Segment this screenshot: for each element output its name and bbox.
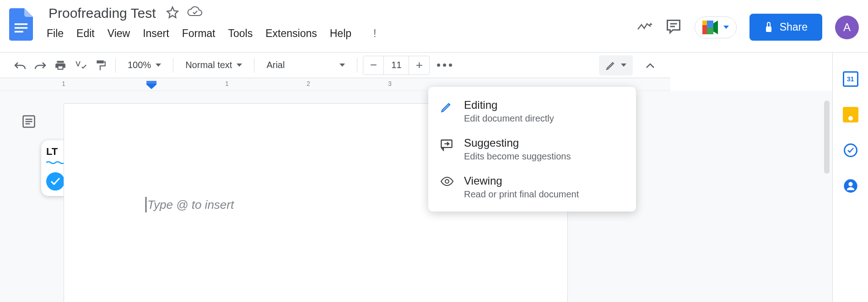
svg-rect-10 (146, 81, 156, 84)
font-size-group: − + (363, 56, 430, 75)
scrollbar[interactable] (823, 91, 830, 219)
font-size-input[interactable] (383, 56, 409, 74)
pencil-icon (440, 101, 454, 115)
style-select[interactable]: Normal text (179, 60, 248, 70)
menu-extensions[interactable]: Extensions (265, 27, 317, 40)
menu-format[interactable]: Format (182, 27, 216, 40)
keep-icon (843, 107, 858, 122)
decrease-font-button[interactable]: − (363, 56, 383, 74)
star-icon[interactable] (166, 6, 179, 21)
mode-title: Editing (464, 99, 624, 111)
side-panel: 31 (832, 53, 868, 302)
collapse-toolbar-button[interactable] (641, 56, 659, 74)
contacts-icon (843, 179, 858, 193)
separator (254, 58, 254, 73)
activity-icon[interactable] (637, 21, 652, 34)
menu-view[interactable]: View (108, 27, 130, 40)
calendar-button[interactable]: 31 (842, 71, 859, 87)
undo-button[interactable] (11, 56, 29, 74)
separator (173, 58, 173, 73)
mode-item-suggesting[interactable]: Suggesting Edits become suggestions (428, 130, 636, 168)
menu-tools[interactable]: Tools (228, 27, 253, 40)
placeholder-text: Type @ to insert (147, 198, 234, 212)
caret-down-icon (621, 64, 626, 67)
print-button[interactable] (51, 56, 70, 74)
tasks-icon (844, 143, 857, 157)
svg-rect-7 (707, 21, 713, 27)
svg-point-18 (848, 182, 852, 186)
separator (115, 58, 116, 73)
caret-down-icon (340, 64, 345, 67)
svg-rect-9 (766, 26, 771, 32)
outline-button[interactable] (22, 115, 42, 135)
mode-menu: Editing Edit document directly Suggestin… (428, 87, 636, 212)
calendar-icon: 31 (843, 71, 858, 87)
caret-down-icon (237, 64, 242, 67)
svg-rect-2 (15, 31, 23, 33)
svg-rect-8 (707, 27, 713, 34)
mode-desc: Read or print final document (464, 189, 624, 200)
eye-icon (440, 176, 454, 188)
indent-marker-icon[interactable] (146, 81, 156, 89)
mode-title: Suggesting (464, 137, 624, 149)
cloud-saved-icon[interactable] (187, 6, 203, 20)
mode-title: Viewing (464, 175, 624, 187)
mode-desc: Edit document directly (464, 113, 624, 124)
share-button[interactable]: Share (749, 14, 822, 41)
pencil-icon (605, 60, 616, 71)
caret-down-icon (723, 26, 729, 29)
scroll-thumb[interactable] (824, 101, 830, 174)
ruler-tick: 1 (225, 80, 229, 87)
separator (357, 58, 357, 73)
ruler-tick: 1 (62, 80, 65, 87)
svg-rect-1 (15, 27, 27, 29)
editing-mode-button[interactable] (599, 55, 633, 75)
svg-rect-0 (15, 23, 27, 25)
menu-file[interactable]: File (47, 27, 64, 40)
check-icon (46, 172, 65, 191)
svg-rect-6 (702, 25, 707, 34)
mode-item-viewing[interactable]: Viewing Read or print final document (428, 168, 636, 206)
menu-help[interactable]: Help (330, 27, 351, 40)
warning-icon[interactable]: ! (373, 27, 376, 40)
paint-format-button[interactable] (92, 56, 110, 74)
ruler-tick: 3 (388, 80, 392, 87)
contacts-button[interactable] (842, 178, 859, 194)
header-actions: Share A (637, 5, 859, 41)
ruler-tick: 2 (307, 80, 310, 87)
title-area: Proofreading Test File Edit View Insert … (47, 5, 376, 40)
keep-button[interactable] (842, 106, 859, 123)
suggest-icon (440, 138, 454, 153)
spellcheck-button[interactable] (71, 56, 90, 74)
svg-point-16 (445, 180, 449, 183)
mode-item-editing[interactable]: Editing Edit document directly (428, 92, 636, 130)
mode-desc: Edits become suggestions (464, 151, 624, 162)
redo-button[interactable] (31, 56, 49, 74)
svg-rect-5 (702, 21, 707, 25)
menu-insert[interactable]: Insert (143, 27, 169, 40)
toolbar: 100% Normal text Arial − + (0, 53, 670, 78)
more-toolbar-button[interactable] (431, 64, 458, 67)
docs-logo[interactable] (9, 8, 33, 40)
meet-button[interactable] (695, 16, 737, 38)
tasks-button[interactable] (842, 142, 859, 159)
font-select[interactable]: Arial (260, 60, 351, 70)
share-label: Share (780, 21, 808, 33)
document-title[interactable]: Proofreading Test (47, 5, 158, 22)
avatar[interactable]: A (835, 16, 859, 39)
caret-down-icon (156, 64, 161, 67)
zoom-select[interactable]: 100% (121, 60, 167, 70)
menu-edit[interactable]: Edit (76, 27, 95, 40)
increase-font-button[interactable]: + (409, 56, 429, 74)
header: Proofreading Test File Edit View Insert … (0, 0, 868, 53)
text-cursor (146, 197, 146, 212)
menu-bar: File Edit View Insert Format Tools Exten… (47, 27, 376, 40)
comments-icon[interactable] (665, 18, 682, 37)
languagetool-logo-icon: LT (46, 146, 65, 166)
